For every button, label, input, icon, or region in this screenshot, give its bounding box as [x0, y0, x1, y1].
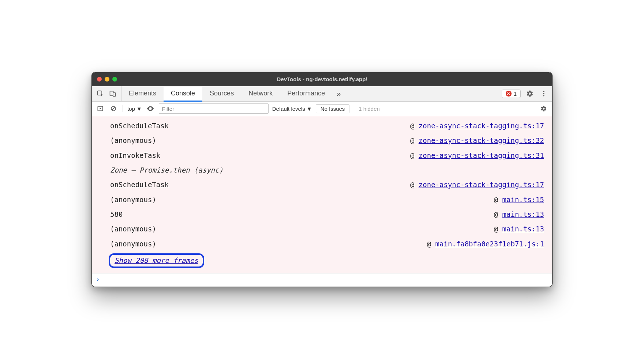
- source-link[interactable]: zone-async-stack-tagging.ts:32: [419, 136, 544, 144]
- toggle-sidebar-icon[interactable]: [96, 104, 105, 113]
- clear-console-icon[interactable]: [109, 104, 118, 113]
- at-symbol: @: [410, 122, 419, 130]
- svg-point-3: [543, 91, 544, 92]
- device-toolbar-icon[interactable]: [108, 89, 117, 98]
- hidden-count: 1 hidden: [359, 106, 380, 112]
- stack-frame-source: @ main.fa8bfa0e23f1eb71.js:1: [427, 238, 544, 249]
- stack-frame-row: onScheduleTask@ zone-async-stack-tagging…: [92, 118, 552, 133]
- issues-button[interactable]: No Issues: [316, 104, 350, 113]
- devtools-window: DevTools - ng-devtools.netlify.app/ Elem…: [91, 72, 553, 287]
- tabs-overflow-button[interactable]: »: [332, 86, 345, 101]
- tab-console[interactable]: Console: [164, 87, 202, 102]
- stack-frame-source: @ main.ts:15: [494, 194, 544, 205]
- svg-point-4: [543, 93, 544, 94]
- source-link[interactable]: main.ts:15: [502, 196, 544, 204]
- svg-rect-2: [113, 93, 116, 97]
- title-bar: DevTools - ng-devtools.netlify.app/: [92, 72, 552, 86]
- stack-frame-function: onScheduleTask: [110, 179, 169, 190]
- stack-frame-source: @ main.ts:13: [494, 209, 544, 220]
- error-count: 1: [514, 91, 517, 97]
- devtools-tabs-row: ElementsConsoleSourcesNetworkPerformance…: [92, 86, 552, 102]
- context-label: top: [127, 106, 135, 112]
- tab-network[interactable]: Network: [241, 87, 280, 102]
- stack-frame-function: Zone — Promise.then (async): [110, 165, 223, 175]
- stack-frame-row: (anonymous)@ main.ts:15: [92, 192, 552, 207]
- console-toolbar: top ▼ Default levels ▼ No Issues 1 hidde…: [92, 102, 552, 116]
- tab-performance[interactable]: Performance: [280, 87, 332, 102]
- stack-frame-row: onScheduleTask@ zone-async-stack-tagging…: [92, 177, 552, 192]
- log-levels-selector[interactable]: Default levels ▼: [272, 106, 312, 112]
- console-output: onScheduleTask@ zone-async-stack-tagging…: [92, 116, 552, 273]
- tab-elements[interactable]: Elements: [121, 87, 164, 102]
- levels-label: Default levels: [272, 106, 305, 112]
- stack-frame-source: @ zone-async-stack-tagging.ts:17: [410, 120, 544, 131]
- stack-frame-row: Zone — Promise.then (async): [92, 163, 552, 177]
- stack-frame-function: (anonymous): [110, 223, 156, 234]
- prompt-chevron-icon: ›: [96, 275, 100, 284]
- source-link[interactable]: zone-async-stack-tagging.ts:31: [419, 151, 544, 159]
- window-title: DevTools - ng-devtools.netlify.app/: [92, 76, 552, 82]
- stack-frame-row: (anonymous)@ zone-async-stack-tagging.ts…: [92, 133, 552, 148]
- at-symbol: @: [410, 151, 419, 159]
- stack-frame-row: onInvokeTask@ zone-async-stack-tagging.t…: [92, 148, 552, 163]
- filter-input[interactable]: [159, 103, 269, 114]
- stack-frame-function: 580: [110, 209, 123, 220]
- source-link[interactable]: zone-async-stack-tagging.ts:17: [419, 122, 544, 130]
- at-symbol: @: [410, 181, 419, 189]
- stack-frame-source: @ zone-async-stack-tagging.ts:17: [410, 179, 544, 190]
- stack-frame-row: 580@ main.ts:13: [92, 207, 552, 222]
- inspect-element-icon[interactable]: [96, 89, 105, 98]
- show-more-frames-highlight: Show 208 more frames: [109, 253, 204, 268]
- at-symbol: @: [410, 136, 419, 144]
- overflow-glyph: »: [337, 90, 341, 98]
- console-settings-gear-icon[interactable]: [539, 104, 548, 113]
- dropdown-triangle-icon: ▼: [307, 106, 312, 112]
- source-link[interactable]: main.ts:13: [502, 210, 544, 218]
- svg-line-9: [112, 107, 115, 110]
- tabs-right: ✕ 1: [502, 86, 552, 101]
- close-window-dot[interactable]: [97, 77, 102, 82]
- error-x-icon: ✕: [506, 91, 512, 97]
- at-symbol: @: [494, 196, 502, 204]
- stack-frame-row: (anonymous)@ main.fa8bfa0e23f1eb71.js:1: [92, 237, 552, 251]
- svg-point-5: [543, 95, 544, 96]
- at-symbol: @: [494, 210, 502, 218]
- context-selector[interactable]: top ▼: [127, 106, 142, 112]
- stack-frame-source: @ zone-async-stack-tagging.ts:31: [410, 150, 544, 161]
- tab-sources[interactable]: Sources: [202, 87, 241, 102]
- stack-frame-source: @ zone-async-stack-tagging.ts:32: [410, 135, 544, 146]
- traffic-lights: [97, 77, 117, 82]
- show-more-frames-row: Show 208 more frames: [92, 251, 552, 272]
- stack-frame-function: (anonymous): [110, 135, 156, 146]
- stack-frame-source: @ main.ts:13: [494, 223, 544, 234]
- source-link[interactable]: zone-async-stack-tagging.ts:17: [419, 181, 544, 189]
- source-link[interactable]: main.ts:13: [502, 225, 544, 233]
- filter-input-field[interactable]: [162, 106, 265, 112]
- tabs: ElementsConsoleSourcesNetworkPerformance: [121, 86, 332, 101]
- settings-gear-icon[interactable]: [525, 89, 535, 98]
- maximize-window-dot[interactable]: [112, 77, 117, 82]
- stack-frame-function: (anonymous): [110, 194, 156, 205]
- at-symbol: @: [494, 225, 502, 233]
- live-expression-eye-icon[interactable]: [146, 104, 155, 113]
- dropdown-triangle-icon: ▼: [136, 106, 142, 112]
- console-prompt[interactable]: ›: [92, 273, 552, 287]
- source-link[interactable]: main.fa8bfa0e23f1eb71.js:1: [435, 240, 544, 248]
- left-tool-buttons: [92, 86, 121, 101]
- stack-frame-function: onScheduleTask: [110, 120, 169, 131]
- kebab-menu-icon[interactable]: [539, 89, 548, 98]
- at-symbol: @: [427, 240, 435, 248]
- stack-frame-function: onInvokeTask: [110, 150, 160, 161]
- stack-frame-row: (anonymous)@ main.ts:13: [92, 222, 552, 236]
- show-more-frames-link[interactable]: Show 208 more frames: [115, 256, 198, 264]
- error-count-badge[interactable]: ✕ 1: [502, 90, 521, 98]
- minimize-window-dot[interactable]: [105, 77, 109, 82]
- stack-frame-function: (anonymous): [110, 238, 156, 249]
- svg-marker-7: [100, 108, 102, 110]
